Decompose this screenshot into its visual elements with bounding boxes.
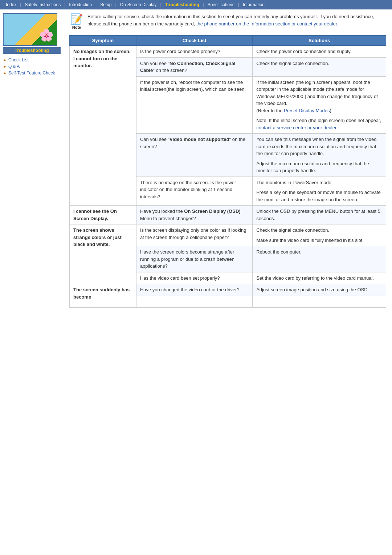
checklist-cell-4b (136, 296, 252, 308)
sidebar: Troubleshooting ► Check List ► Q & A ► S… (0, 9, 64, 311)
table-row: The screen shows strange colors or just … (70, 224, 386, 246)
checklist-cell-1b: Can you see "No Connection, Check Signal… (136, 57, 252, 76)
checklist-cell-4a: Have you changed the video card or the d… (136, 284, 252, 296)
symptom-cell-3: The screen shows strange colors or just … (70, 224, 136, 284)
troubleshooting-table: Symptom Check List Solutions No images o… (69, 35, 386, 308)
nav-item-troubleshooting[interactable]: Troubleshooting (162, 1, 202, 8)
sidebar-image (3, 13, 57, 46)
solutions-text-2: Press a key on the keyboard or move the … (256, 189, 382, 203)
checklist-cell-3a: Is the screen displaying only one color … (136, 224, 252, 246)
note-link[interactable]: the phone number on the Information sect… (196, 21, 338, 27)
nav-item-info[interactable]: Information (240, 1, 268, 8)
note-icon: 📝 (69, 13, 84, 25)
checklist-cell-1c: If the power is on, reboot the computer … (136, 76, 252, 134)
main-layout: Troubleshooting ► Check List ► Q & A ► S… (0, 9, 392, 311)
solutions-cell-2a: Unlock the OSD by pressing the MENU butt… (253, 206, 386, 224)
solutions-cell-1a: Check the power cord connection and supp… (253, 46, 386, 58)
sidebar-link-checklist[interactable]: Check List (8, 57, 29, 62)
table-row: I cannot see the On Screen Display. Have… (70, 206, 386, 224)
nav-item-safety[interactable]: Safety Instructions (22, 1, 64, 8)
note-box: 📝 Note Before calling for service, check… (69, 13, 386, 29)
symptom-cell-2: I cannot see the On Screen Display. (70, 206, 136, 224)
table-row: The screen suddenly has become Have you … (70, 284, 386, 296)
solutions-cell-1e: The monitor is in PowerSaver mode. Press… (253, 177, 386, 206)
note-text: Before calling for service, check the in… (87, 13, 386, 27)
solutions-cell-3b: Reboot the computer. (253, 246, 386, 272)
solutions-cell-4b (253, 296, 386, 308)
sidebar-item-qa[interactable]: ► Q & A (3, 64, 61, 69)
checklist-cell-1a: Is the power cord connected properly? (136, 46, 252, 58)
solutions-cell-3c: Set the video card by referring to the v… (253, 272, 386, 284)
header-solutions: Solutions (253, 36, 386, 46)
table-row: No images on the screen. I cannot turn o… (70, 46, 386, 58)
sidebar-link-qa[interactable]: Q & A (8, 64, 20, 69)
checklist-cell-2a: Have you locked the On Screen Display (O… (136, 206, 252, 224)
solutions-cell-1c: If the initial screen (the login screen)… (253, 76, 386, 134)
symptom-cell-4: The screen suddenly has become (70, 284, 136, 308)
checklist-cell-1d: Can you see "Video mode not supported" o… (136, 134, 252, 177)
solutions-text-2: Make sure the video card is fully insert… (256, 237, 382, 244)
solutions-cell-3a: Check the signal cable connection. Make … (253, 224, 386, 246)
checklist-cell-3c: Has the video card been set properly? (136, 272, 252, 284)
nav-item-intro[interactable]: Introduction (66, 1, 95, 8)
solutions-cell-1b: Check the signal cable connection. (253, 57, 386, 76)
note-label: Note (72, 25, 81, 29)
header-symptom: Symptom (70, 36, 136, 46)
solutions-text: Check the signal cable connection. (256, 227, 382, 234)
solutions-cell-4a: Adjust screen image position and size us… (253, 284, 386, 296)
arrow-icon: ► (3, 71, 7, 75)
solutions-text: You can see this message when the signal… (256, 136, 382, 157)
preset-display-modes-link[interactable]: Preset Display Modes (284, 108, 330, 113)
nav-item-osd[interactable]: On-Screen Display (117, 1, 160, 8)
navigation-bar: Index | Safety Instructions | Introducti… (0, 0, 392, 9)
checklist-cell-1e: There is no image on the screen. Is the … (136, 177, 252, 206)
sidebar-item-checklist[interactable]: ► Check List (3, 57, 61, 62)
solutions-cell-1d: You can see this message when the signal… (253, 134, 386, 177)
nav-item-index[interactable]: Index (3, 1, 19, 8)
sidebar-item-selftest[interactable]: ► Self-Test Feature Check (3, 70, 61, 76)
solutions-text: The monitor is in PowerSaver mode. (256, 179, 382, 186)
solutions-text-note: Note: If the initial screen (the login s… (256, 117, 382, 131)
solutions-text-2: Adjust the maximum resolution and freque… (256, 160, 382, 174)
checklist-cell-3b: Have the screen colors become strange af… (136, 246, 252, 272)
contact-service-link[interactable]: contact a service center or your dealer. (256, 125, 338, 130)
symptom-cell-1: No images on the screen. I cannot turn o… (70, 46, 136, 206)
sidebar-link-selftest[interactable]: Self-Test Feature Check (8, 70, 55, 76)
arrow-icon: ► (3, 58, 7, 62)
content-area: 📝 Note Before calling for service, check… (64, 9, 392, 311)
arrow-icon: ► (3, 64, 7, 69)
sidebar-navigation: ► Check List ► Q & A ► Self-Test Feature… (3, 57, 61, 76)
header-checklist: Check List (136, 36, 252, 46)
nav-item-setup[interactable]: Setup (97, 1, 114, 8)
note-icon-wrap: 📝 Note (69, 13, 84, 29)
solutions-text: If the initial screen (the login screen)… (256, 79, 382, 114)
sidebar-label: Troubleshooting (3, 47, 61, 54)
nav-item-specs[interactable]: Specifications (205, 1, 237, 8)
